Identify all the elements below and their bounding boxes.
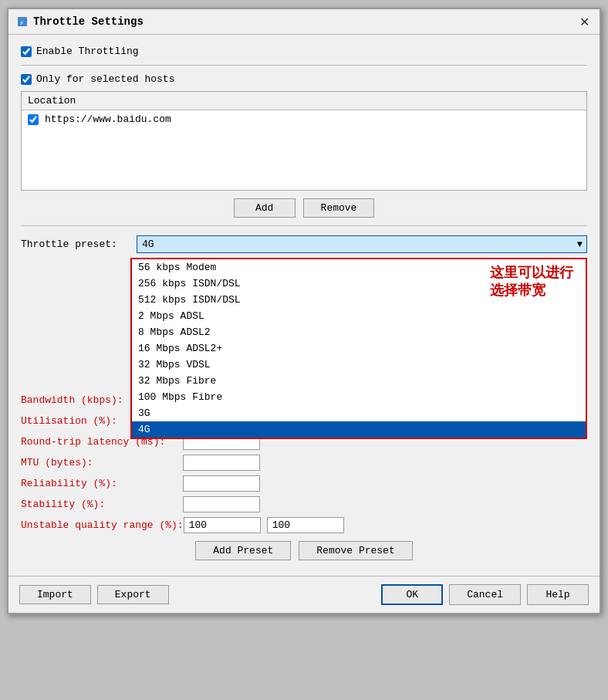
svg-text:⚡: ⚡	[19, 19, 24, 28]
dropdown-item-8[interactable]: 100 Mbps Fibre	[132, 389, 586, 405]
dropdown-item-1[interactable]: 256 kbps ISDN/DSL	[132, 276, 586, 292]
footer-right: OK Cancel Help	[381, 584, 589, 605]
reliability-label: Reliability (%):	[21, 478, 183, 489]
dropdown-list: 56 kbps Modem 256 kbps ISDN/DSL 512 kbps…	[130, 258, 587, 439]
stability-input[interactable]	[183, 496, 260, 512]
unstable-label: Unstable quality range (%):	[21, 519, 184, 531]
hosts-column-header: Location	[28, 95, 76, 107]
mtu-row: MTU (bytes):	[21, 455, 587, 471]
remove-preset-button[interactable]: Remove Preset	[299, 541, 412, 560]
hosts-table: Location https://www.baidu.com	[21, 91, 587, 191]
reliability-input[interactable]	[183, 475, 260, 492]
unstable-input-2[interactable]	[267, 517, 344, 533]
add-host-button[interactable]: Add	[234, 198, 296, 218]
throttle-preset-row: Throttle preset: 4G ▼	[21, 235, 587, 253]
ok-button[interactable]: OK	[381, 584, 443, 605]
throttle-settings-window: ⚡ Throttle Settings ✕ Enable Throttling …	[7, 8, 601, 614]
window-icon: ⚡	[16, 15, 29, 28]
hosts-table-header: Location	[22, 92, 586, 110]
enable-throttling-label: Enable Throttling	[36, 46, 139, 57]
mtu-label: MTU (bytes):	[21, 457, 183, 468]
hosts-empty-area	[22, 128, 586, 190]
dropdown-item-0[interactable]: 56 kbps Modem	[132, 259, 586, 276]
preset-btn-row: Add Preset Remove Preset	[21, 541, 587, 560]
divider-2	[21, 225, 587, 226]
only-selected-hosts-row: Only for selected hosts	[21, 73, 587, 85]
main-content: Enable Throttling Only for selected host…	[8, 35, 600, 576]
dropdown-item-5[interactable]: 16 Mbps ADSL2+	[132, 340, 586, 357]
footer-row: Import Export OK Cancel Help	[8, 576, 600, 613]
dropdown-item-6[interactable]: 32 Mbps VDSL	[132, 357, 586, 373]
throttle-preset-label: Throttle preset:	[21, 238, 129, 250]
dropdown-item-3[interactable]: 2 Mbps ADSL	[132, 308, 586, 324]
preset-select-wrapper: 4G ▼	[137, 235, 587, 253]
reliability-row: Reliability (%):	[21, 475, 587, 492]
remove-host-button[interactable]: Remove	[303, 198, 375, 218]
unstable-row: Unstable quality range (%):	[21, 517, 587, 533]
export-button[interactable]: Export	[97, 585, 169, 604]
help-button[interactable]: Help	[527, 584, 589, 605]
dropdown-item-2[interactable]: 512 kbps ISDN/DSL	[132, 292, 586, 308]
host-row-1: https://www.baidu.com	[22, 110, 586, 128]
dropdown-item-10[interactable]: 4G	[132, 421, 586, 438]
stability-row: Stability (%):	[21, 496, 587, 512]
divider-1	[21, 65, 587, 66]
unstable-input-1[interactable]	[184, 517, 261, 533]
unstable-inputs	[184, 517, 344, 533]
add-preset-button[interactable]: Add Preset	[195, 541, 291, 560]
only-selected-hosts-label: Only for selected hosts	[36, 73, 174, 85]
enable-throttling-row: Enable Throttling	[21, 46, 587, 57]
import-button[interactable]: Import	[19, 585, 91, 604]
enable-throttling-checkbox[interactable]	[21, 46, 32, 57]
hosts-btn-row: Add Remove	[21, 198, 587, 218]
host-row-1-url: https://www.baidu.com	[45, 113, 171, 125]
close-button[interactable]: ✕	[576, 14, 592, 29]
dropdown-item-7[interactable]: 32 Mbps Fibre	[132, 373, 586, 389]
dropdown-item-4[interactable]: 8 Mbps ADSL2	[132, 324, 586, 340]
footer-left: Import Export	[19, 585, 169, 604]
only-selected-hosts-checkbox[interactable]	[21, 74, 32, 85]
title-bar: ⚡ Throttle Settings ✕	[8, 9, 600, 35]
throttle-preset-select[interactable]: 4G	[137, 235, 587, 253]
stability-label: Stability (%):	[21, 499, 183, 510]
mtu-input[interactable]	[183, 455, 260, 471]
window-title: Throttle Settings	[33, 15, 144, 28]
host-row-1-checkbox[interactable]	[28, 114, 39, 125]
cancel-button[interactable]: Cancel	[449, 584, 521, 605]
dropdown-item-9[interactable]: 3G	[132, 405, 586, 421]
